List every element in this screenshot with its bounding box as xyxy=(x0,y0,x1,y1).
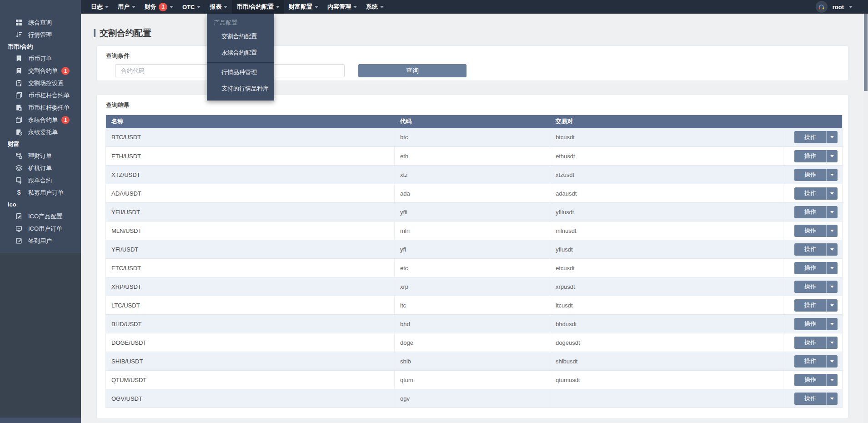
scrollbar-thumb[interactable] xyxy=(864,14,868,91)
row-action-button[interactable]: 操作 xyxy=(794,150,826,162)
cell-pair: qtumusdt xyxy=(550,371,783,389)
sidebar-item-label: 交割场控设置 xyxy=(28,79,64,87)
dropdown-item[interactable]: 支持的行情品种库 xyxy=(207,81,274,97)
row-action-dropdown-toggle[interactable] xyxy=(826,262,838,274)
sidebar-lower-area xyxy=(0,252,81,418)
sidebar-item-label: ico xyxy=(8,201,16,208)
cell-name: BHD/USDT xyxy=(106,315,395,333)
sidebar-item[interactable]: 币币订单 xyxy=(0,52,81,65)
row-action-dropdown-toggle[interactable] xyxy=(826,393,838,405)
cell-code: etc xyxy=(395,259,550,277)
caret-down-icon xyxy=(830,136,834,138)
nav-menu-item[interactable]: 内容管理 xyxy=(323,0,361,14)
nav-menu-item[interactable]: 财务 1 xyxy=(140,0,178,14)
nav-menu-item[interactable]: OTC xyxy=(178,0,205,14)
sidebar-item[interactable]: 币币杠杆委托单 xyxy=(0,101,81,114)
row-action-dropdown-toggle[interactable] xyxy=(826,225,838,237)
row-action-button[interactable]: 操作 xyxy=(794,206,826,218)
cell-actions: 操作 xyxy=(783,259,843,277)
row-action-button[interactable]: 操作 xyxy=(794,355,826,368)
row-action-button[interactable]: 操作 xyxy=(794,187,826,200)
sidebar-item-label: ICO产品配置 xyxy=(28,212,62,221)
sidebar-item[interactable]: 矿机订单 xyxy=(0,162,81,174)
nav-menu-item[interactable]: 财富配置 xyxy=(284,0,323,14)
sidebar-item[interactable]: ICO用户订单 xyxy=(0,222,81,235)
caret-down-icon xyxy=(197,6,201,8)
page-scrollbar[interactable] xyxy=(863,14,868,423)
row-action-dropdown-toggle[interactable] xyxy=(826,150,838,162)
page-title: 交割合约配置 xyxy=(81,14,868,39)
row-action-dropdown-toggle[interactable] xyxy=(826,206,838,218)
column-header: 代码 xyxy=(395,115,550,128)
table-row: LTC/USDT ltc ltcusdt 操作 xyxy=(106,296,843,315)
sidebar-collapse-bar[interactable] xyxy=(0,418,81,423)
nav-menu-label: OTC xyxy=(182,4,195,10)
row-action-dropdown-toggle[interactable] xyxy=(826,131,838,143)
row-action-dropdown-toggle[interactable] xyxy=(826,355,838,368)
cell-code: yfii xyxy=(395,203,550,222)
dropdown-item[interactable]: 永续合约配置 xyxy=(207,45,274,61)
top-menu: 日志 用户 财务 1 OTC xyxy=(81,0,388,14)
sidebar-item-label: 跟单合约 xyxy=(28,176,52,185)
row-action-dropdown-toggle[interactable] xyxy=(826,318,838,330)
caret-down-icon xyxy=(830,192,834,195)
sidebar-item[interactable]: 永续合约单 1 xyxy=(0,114,81,126)
row-action-dropdown-toggle[interactable] xyxy=(826,187,838,200)
support-button[interactable] xyxy=(816,1,828,13)
sidebar-item[interactable]: 永续委托单 xyxy=(0,126,81,138)
nav-menu-item[interactable]: 系统 xyxy=(361,0,388,14)
row-action-button[interactable]: 操作 xyxy=(794,225,826,237)
row-action-button[interactable]: 操作 xyxy=(794,393,826,405)
action-split-button: 操作 xyxy=(794,187,838,200)
dropdown-group-label: 产品配置 xyxy=(207,14,274,28)
nav-menu-item[interactable]: 日志 xyxy=(86,0,113,14)
navbar-right: root xyxy=(816,1,868,13)
sidebar-item[interactable]: 综合查询 xyxy=(0,16,81,29)
table-row: YFII/USDT yfii yfiiusdt 操作 xyxy=(106,203,843,222)
bookmark-icon xyxy=(15,55,22,62)
row-action-button[interactable]: 操作 xyxy=(794,131,826,143)
user-menu[interactable]: root xyxy=(833,4,853,10)
row-action-button[interactable]: 操作 xyxy=(794,281,826,293)
caret-down-icon xyxy=(353,6,357,8)
row-action-button[interactable]: 操作 xyxy=(794,337,826,349)
sidebar-item[interactable]: 交割场控设置 xyxy=(0,77,81,89)
sidebar-item-label: 综合查询 xyxy=(28,19,52,27)
cell-name: QTUM/USDT xyxy=(106,371,395,389)
nav-menu-item[interactable]: 币币/合约配置 xyxy=(232,0,284,14)
row-action-button[interactable]: 操作 xyxy=(794,262,826,274)
row-action-dropdown-toggle[interactable] xyxy=(826,281,838,293)
sidebar-item[interactable]: $ 私募用户订单 xyxy=(0,186,81,199)
sidebar-item[interactable]: 交割合约单 1 xyxy=(0,65,81,77)
sidebar-item[interactable]: 币币杠杆合约单 xyxy=(0,89,81,101)
caret-down-icon xyxy=(830,267,834,269)
row-action-dropdown-toggle[interactable] xyxy=(826,374,838,386)
row-action-button[interactable]: 操作 xyxy=(794,374,826,386)
cell-actions: 操作 xyxy=(783,315,843,333)
column-header: 交易对 xyxy=(550,115,783,128)
caret-down-icon xyxy=(276,6,280,8)
row-action-button[interactable]: 操作 xyxy=(794,169,826,181)
sidebar-item[interactable]: 理财订单 xyxy=(0,150,81,162)
sidebar-item[interactable]: ICO产品配置 xyxy=(0,210,81,222)
row-action-button[interactable]: 操作 xyxy=(794,299,826,312)
row-action-dropdown-toggle[interactable] xyxy=(826,299,838,312)
sidebar-item[interactable]: 行情管理 xyxy=(0,29,81,41)
row-action-dropdown-toggle[interactable] xyxy=(826,169,838,181)
table-row: MLN/USDT mln mlnusdt 操作 xyxy=(106,222,843,240)
row-action-button[interactable]: 操作 xyxy=(794,318,826,330)
nav-menu-item[interactable]: 用户 xyxy=(113,0,140,14)
sidebar-item[interactable]: 跟单合约 xyxy=(0,174,81,186)
monitor-icon xyxy=(15,225,22,232)
sidebar-item[interactable]: 签到用户 xyxy=(0,235,81,247)
row-action-button[interactable]: 操作 xyxy=(794,243,826,256)
table-row: ADA/USDT ada adausdt 操作 xyxy=(106,184,843,203)
search-button[interactable]: 查询 xyxy=(358,64,467,77)
cell-actions: 操作 xyxy=(783,203,843,222)
dropdown-item[interactable]: 交割合约配置 xyxy=(207,28,274,45)
dropdown-item[interactable]: 行情品种管理 xyxy=(207,64,274,81)
row-action-dropdown-toggle[interactable] xyxy=(826,243,838,256)
cell-name: DOGE/USDT xyxy=(106,333,395,352)
row-action-dropdown-toggle[interactable] xyxy=(826,337,838,349)
nav-menu-item[interactable]: 报表 xyxy=(205,0,232,14)
